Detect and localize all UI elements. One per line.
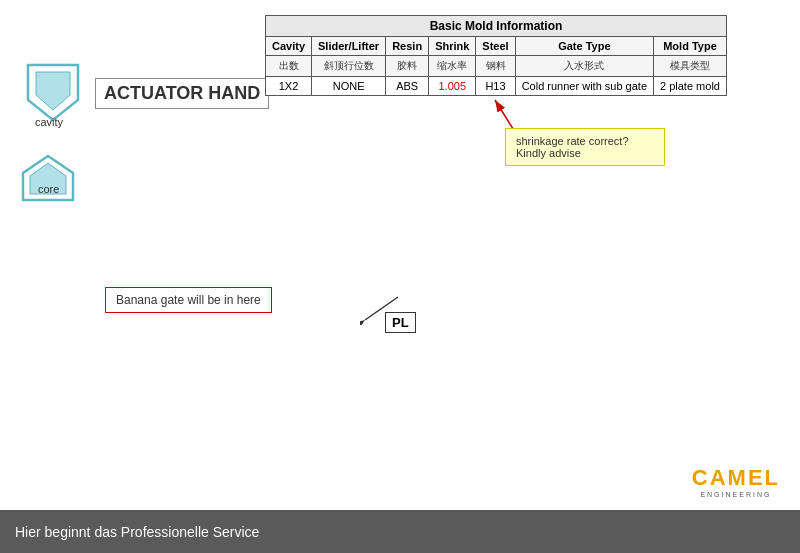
subheader-shrink: 缩水率 (429, 56, 476, 77)
annotation-text: shrinkage rate correct? Kindly advise (516, 135, 629, 159)
table-title-row: Basic Mold Information (266, 16, 727, 37)
table-subheader-row: 出数 斜顶行位数 胶料 缩水率 钢料 入水形式 模具类型 (266, 56, 727, 77)
table-title: Basic Mold Information (266, 16, 727, 37)
annotation-box: shrinkage rate correct? Kindly advise (505, 128, 665, 166)
camel-logo-sub: ENGINEERING (692, 491, 780, 498)
subheader-resin: 胶料 (386, 56, 429, 77)
col-header-steel: Steel (476, 37, 515, 56)
pl-label: PL (385, 312, 416, 333)
core-shape (18, 148, 78, 212)
subheader-gate: 入水形式 (515, 56, 653, 77)
camel-logo: CAMEL ENGINEERING (692, 465, 780, 498)
cell-shrink: 1.005 (429, 77, 476, 96)
cell-resin: ABS (386, 77, 429, 96)
camel-logo-name: CAMEL (692, 465, 780, 491)
main-area: cavity core ACTUATOR HAND Basic Mold Inf… (0, 0, 800, 510)
table-data-row: 1X2 NONE ABS 1.005 H13 Cold runner with … (266, 77, 727, 96)
cell-slider: NONE (312, 77, 386, 96)
col-header-shrink: Shrink (429, 37, 476, 56)
cell-mold: 2 plate mold (654, 77, 727, 96)
cell-gate: Cold runner with sub gate (515, 77, 653, 96)
core-label: core (38, 183, 59, 195)
subheader-mold: 模具类型 (654, 56, 727, 77)
mold-info-table: Basic Mold Information Cavity Slider/Lif… (265, 15, 727, 96)
footer-text: Hier beginnt das Professionelle Service (15, 524, 259, 540)
banana-gate-text: Banana gate will be in here (116, 293, 261, 307)
col-header-gate: Gate Type (515, 37, 653, 56)
cavity-label: cavity (35, 116, 63, 128)
subheader-steel: 钢料 (476, 56, 515, 77)
cell-cavity: 1X2 (266, 77, 312, 96)
subheader-cavity: 出数 (266, 56, 312, 77)
col-header-cavity: Cavity (266, 37, 312, 56)
col-header-resin: Resin (386, 37, 429, 56)
subheader-slider: 斜顶行位数 (312, 56, 386, 77)
banana-gate-box: Banana gate will be in here (105, 287, 272, 313)
svg-marker-1 (36, 72, 70, 110)
actuator-hand-label: ACTUATOR HAND (95, 78, 269, 109)
col-header-mold: Mold Type (654, 37, 727, 56)
cell-steel: H13 (476, 77, 515, 96)
col-header-slider: Slider/Lifter (312, 37, 386, 56)
footer-bar: Hier beginnt das Professionelle Service (0, 510, 800, 553)
table-header-row: Cavity Slider/Lifter Resin Shrink Steel … (266, 37, 727, 56)
